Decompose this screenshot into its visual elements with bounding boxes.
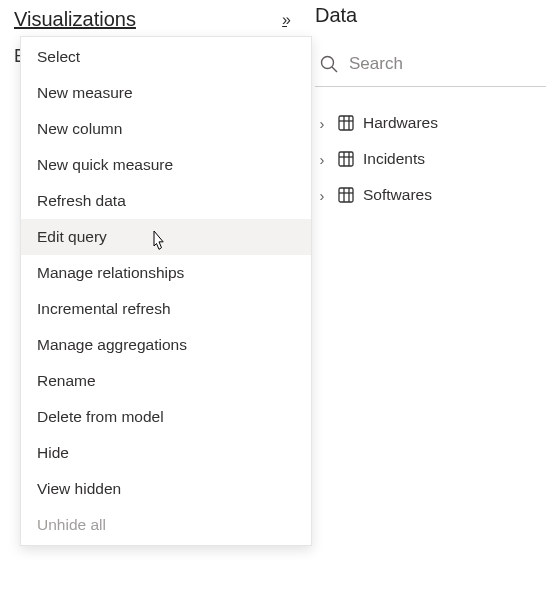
- svg-rect-6: [339, 152, 353, 166]
- menu-item-manage-aggregations[interactable]: Manage aggregations: [21, 327, 311, 363]
- menu-item-rename[interactable]: Rename: [21, 363, 311, 399]
- collapse-chevrons-icon[interactable]: »: [282, 11, 287, 29]
- svg-point-0: [322, 57, 334, 69]
- table-name: Softwares: [363, 186, 432, 204]
- visualizations-title: Visualizations: [14, 8, 136, 31]
- chevron-right-icon[interactable]: ›: [315, 115, 329, 132]
- menu-item-incremental-refresh[interactable]: Incremental refresh: [21, 291, 311, 327]
- menu-item-select[interactable]: Select: [21, 39, 311, 75]
- context-menu: Select New measure New column New quick …: [20, 36, 312, 546]
- data-pane-header[interactable]: Data: [305, 0, 558, 35]
- menu-item-manage-relationships[interactable]: Manage relationships: [21, 255, 311, 291]
- menu-item-view-hidden[interactable]: View hidden: [21, 471, 311, 507]
- table-row[interactable]: › Softwares: [315, 177, 558, 213]
- table-name: Hardwares: [363, 114, 438, 132]
- pointer-cursor-icon: [149, 229, 169, 253]
- table-row[interactable]: › Incidents: [315, 141, 558, 177]
- menu-item-new-measure[interactable]: New measure: [21, 75, 311, 111]
- search-input[interactable]: [349, 54, 546, 74]
- menu-item-refresh-data[interactable]: Refresh data: [21, 183, 311, 219]
- table-name: Incidents: [363, 150, 425, 168]
- tables-list: › Hardwares › Incidents: [315, 87, 558, 213]
- data-title: Data: [315, 4, 357, 26]
- svg-line-1: [332, 67, 337, 72]
- menu-item-edit-query[interactable]: Edit query: [21, 219, 311, 255]
- visualizations-pane-header[interactable]: Visualizations »: [0, 0, 305, 35]
- menu-item-delete-from-model[interactable]: Delete from model: [21, 399, 311, 435]
- menu-item-hide[interactable]: Hide: [21, 435, 311, 471]
- search-row[interactable]: [315, 36, 546, 87]
- table-icon: [337, 114, 355, 132]
- search-icon: [319, 54, 339, 74]
- svg-rect-2: [339, 116, 353, 130]
- table-icon: [337, 186, 355, 204]
- menu-item-new-column[interactable]: New column: [21, 111, 311, 147]
- table-icon: [337, 150, 355, 168]
- svg-rect-10: [339, 188, 353, 202]
- menu-item-unhide-all: Unhide all: [21, 507, 311, 543]
- chevron-right-icon[interactable]: ›: [315, 187, 329, 204]
- table-row[interactable]: › Hardwares: [315, 105, 558, 141]
- chevron-right-icon[interactable]: ›: [315, 151, 329, 168]
- menu-item-new-quick-measure[interactable]: New quick measure: [21, 147, 311, 183]
